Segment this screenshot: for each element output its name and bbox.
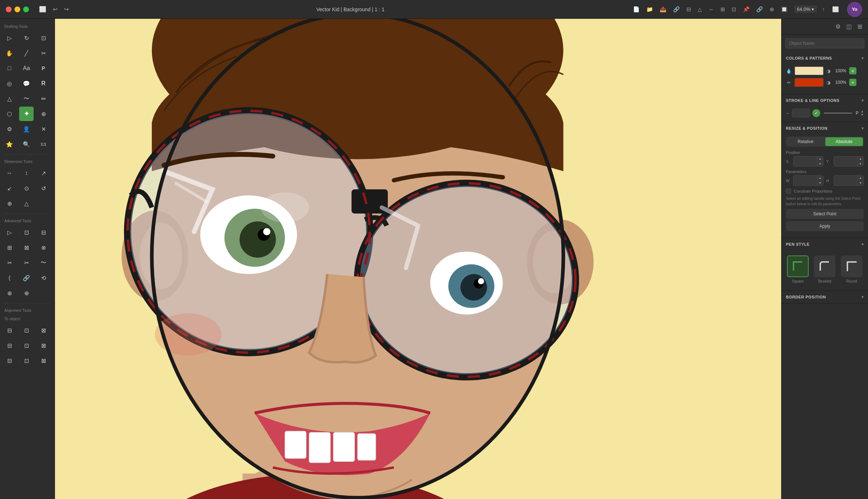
stroke-end-spinner[interactable]: ▲ ▼	[861, 110, 864, 116]
pen-style-round-item[interactable]: Round	[840, 255, 864, 283]
border-position-collapse-icon[interactable]: ▾	[861, 294, 864, 300]
fullscreen-icon[interactable]: ⬜	[830, 5, 841, 14]
adv-plus1[interactable]: ⊕	[2, 286, 17, 300]
arc-tool[interactable]: ⊕	[36, 107, 51, 121]
x-position-input[interactable]: 40.00 mm	[793, 157, 817, 166]
align-bc[interactable]: ⊡	[19, 353, 34, 368]
adv-boxplus[interactable]: ⊞	[2, 240, 17, 255]
pen-style-collapse-icon[interactable]: ▾	[861, 242, 864, 247]
colors-patterns-collapse-icon[interactable]: ▾	[861, 56, 864, 61]
canvas-area[interactable]	[55, 19, 781, 499]
y-position-input[interactable]: -47.56 mm	[834, 157, 858, 166]
align-tl[interactable]: ⊟	[2, 323, 17, 337]
align-bl[interactable]: ⊟	[2, 353, 17, 368]
select-point-button[interactable]: Select Point	[786, 209, 864, 219]
align-tr[interactable]: ⊠	[36, 323, 51, 337]
dim-plus[interactable]: ⊕	[2, 196, 17, 211]
dim-rotate[interactable]: ↺	[36, 181, 51, 195]
fill-add-button[interactable]: +	[849, 67, 856, 74]
adv-circle[interactable]: ⊗	[36, 240, 51, 255]
r-tool[interactable]: R	[36, 76, 51, 91]
grid-icon[interactable]: ⊞	[718, 5, 727, 14]
sym-icon[interactable]: ⊕	[767, 5, 776, 14]
share-icon[interactable]: 🔗	[671, 5, 682, 14]
dim-diag[interactable]: ↗	[36, 166, 51, 180]
adv-plus2[interactable]: ⊕	[19, 286, 34, 300]
align-mc[interactable]: ⊡	[19, 338, 34, 353]
adv-boxtimes[interactable]: ⊠	[19, 240, 34, 255]
rect-tool[interactable]: □	[2, 61, 17, 76]
y-up-icon[interactable]: ▲	[858, 156, 863, 162]
hex-tool[interactable]: ⬡	[2, 107, 17, 121]
x-down-icon[interactable]: ▼	[817, 162, 823, 167]
pen-style-beveled-item[interactable]: Beveled	[813, 255, 837, 283]
h-up-icon[interactable]: ▲	[858, 176, 863, 181]
grid-view-icon[interactable]: ⊞	[856, 22, 864, 31]
dim-triangle[interactable]: △	[19, 196, 34, 211]
constrain-checkbox[interactable]	[786, 189, 791, 194]
layers-icon[interactable]: ◫	[845, 22, 853, 31]
x-up-icon[interactable]: ▲	[817, 156, 823, 162]
stroke-confirm-button[interactable]: ✓	[812, 109, 820, 117]
maximize-button[interactable]	[23, 7, 29, 12]
align-mr[interactable]: ⊠	[36, 338, 51, 353]
relative-toggle-button[interactable]: Relative	[787, 137, 825, 146]
absolute-toggle-button[interactable]: Absolute	[825, 137, 863, 146]
w-up-icon[interactable]: ▲	[817, 176, 823, 181]
align-br[interactable]: ⊠	[36, 353, 51, 368]
arrange-icon[interactable]: ⊟	[684, 5, 693, 14]
y-down-icon[interactable]: ▼	[858, 162, 863, 167]
text-tool[interactable]: Aa	[19, 61, 34, 76]
pen-style-header[interactable]: PEN STYLE ▾	[782, 238, 868, 250]
dim-circle[interactable]: ⊙	[19, 181, 34, 195]
export-icon[interactable]: 📤	[658, 5, 669, 14]
line-tool[interactable]: ╱	[19, 46, 34, 60]
stroke-line-header[interactable]: STROKE & LINE OPTIONS ▾	[782, 94, 868, 107]
w-down-icon[interactable]: ▼	[817, 181, 823, 186]
person-tool[interactable]: 👤	[19, 122, 34, 136]
height-input[interactable]: 317.00 mm	[834, 176, 858, 185]
link-icon[interactable]: 🔗	[754, 5, 765, 14]
fill-color-swatch[interactable]	[795, 66, 824, 75]
apply-button[interactable]: Apply	[786, 221, 864, 231]
pen-tool[interactable]: ✏	[36, 91, 51, 106]
crop-tool[interactable]: ⊡	[36, 31, 51, 45]
object-name-input[interactable]	[785, 38, 864, 48]
new-doc-icon[interactable]: 📄	[631, 5, 642, 14]
transform-icon[interactable]: △	[695, 5, 704, 14]
align-tc[interactable]: ⊡	[19, 323, 34, 337]
adv-cut2[interactable]: ✂	[19, 255, 34, 270]
star-tool[interactable]: ⭐	[2, 137, 17, 151]
adv-select[interactable]: ▷	[2, 225, 17, 240]
pen-style-square-item[interactable]: Square	[786, 255, 810, 283]
hand-tool[interactable]: ✋	[2, 46, 17, 60]
dim-vert[interactable]: ↕	[19, 166, 34, 180]
node-tool[interactable]: ✦	[19, 107, 34, 121]
wave-tool[interactable]: 〜	[19, 91, 34, 106]
resize-position-collapse-icon[interactable]: ▾	[861, 126, 864, 131]
zoom-chevron-icon[interactable]: ▾	[812, 7, 814, 12]
stroke-end-down-icon[interactable]: ▼	[861, 113, 864, 116]
h-down-icon[interactable]: ▼	[858, 181, 863, 186]
flip-icon[interactable]: ↔	[706, 5, 716, 14]
zoom-tool[interactable]: 🔍	[19, 137, 34, 151]
adv-box[interactable]: ⊡	[19, 225, 34, 240]
stroke-line-collapse-icon[interactable]: ▾	[861, 98, 864, 103]
stroke-width-input[interactable]: 1	[792, 109, 810, 117]
settings-tool[interactable]: ⚙	[2, 122, 17, 136]
triangle-tool[interactable]: △	[2, 91, 17, 106]
adv-link[interactable]: 🔗	[19, 271, 34, 285]
delete-tool[interactable]: ✕	[36, 122, 51, 136]
align-ml[interactable]: ⊟	[2, 338, 17, 353]
export2-icon[interactable]: ↑	[820, 5, 827, 14]
view-icon[interactable]: 🔲	[779, 5, 790, 14]
undo-icon[interactable]: ↩	[51, 4, 59, 14]
open-icon[interactable]: 📁	[644, 5, 655, 14]
break-icon[interactable]: ⊡	[729, 5, 739, 14]
stroke-add-button[interactable]: +	[849, 79, 856, 86]
colors-patterns-header[interactable]: COLORS & PATTERNS ▾	[782, 52, 868, 64]
pin-icon[interactable]: 📌	[741, 5, 752, 14]
resize-position-header[interactable]: RESIZE & POSITION ▾	[782, 122, 868, 134]
sidebar-toggle-icon[interactable]: ⬜	[38, 4, 48, 14]
stroke-color-swatch[interactable]	[795, 78, 824, 87]
